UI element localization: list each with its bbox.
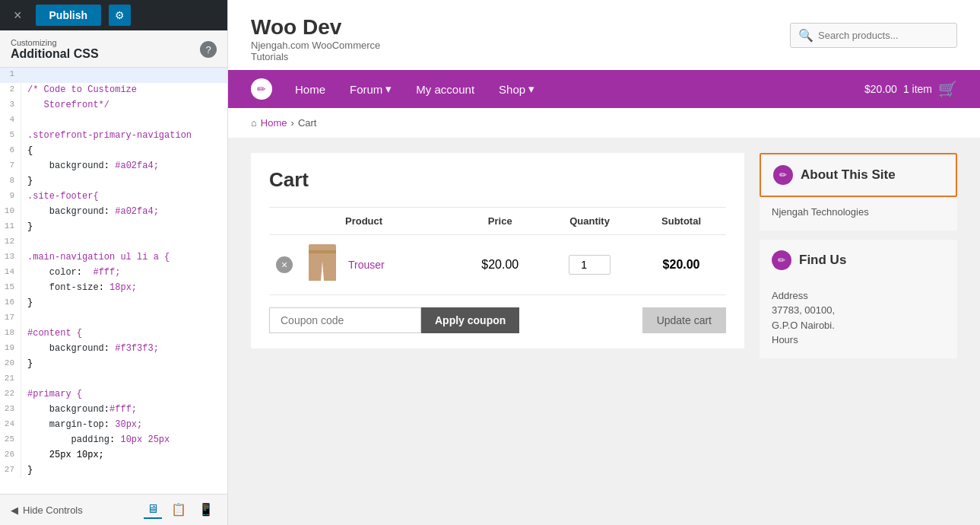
- breadcrumb-home[interactable]: Home: [261, 117, 287, 129]
- left-panel: × Publish ⚙ Customizing Additional CSS ?…: [0, 0, 228, 525]
- line-content: [27, 311, 227, 326]
- code-editor[interactable]: 12/* Code to Customize3 Storefront*/45.s…: [0, 68, 227, 494]
- site-title: Woo Dev: [251, 15, 380, 40]
- line-number: 18: [0, 326, 21, 342]
- product-name-link[interactable]: Trouser: [348, 259, 385, 271]
- code-line-11: 11}: [0, 220, 227, 235]
- code-line-14: 14 color: #fff;: [0, 266, 227, 281]
- line-content: }: [27, 296, 227, 311]
- home-breadcrumb-icon: ⌂: [251, 117, 257, 129]
- code-line-17: 17: [0, 311, 227, 326]
- line-content: [27, 113, 227, 129]
- breadcrumb-current: Cart: [298, 117, 317, 129]
- code-line-7: 7 background: #a02fa4;: [0, 159, 227, 174]
- cart-items: 1 item: [903, 83, 932, 95]
- mobile-icon[interactable]: 📱: [195, 501, 217, 519]
- code-line-6: 6{: [0, 144, 227, 159]
- device-icons: 🖥 📋 📱: [144, 501, 217, 519]
- top-bar: × Publish ⚙: [0, 0, 227, 30]
- line-number: 23: [0, 402, 21, 418]
- close-button[interactable]: ×: [8, 5, 28, 27]
- code-line-27: 27}: [0, 463, 227, 479]
- code-line-16: 16}: [0, 296, 227, 311]
- hide-controls-label: Hide Controls: [23, 504, 83, 516]
- about-pencil-icon: ✏: [773, 165, 793, 185]
- cart-area[interactable]: $20.00 1 item 🛒: [864, 80, 957, 98]
- code-line-8: 8}: [0, 174, 227, 189]
- cart-header-row: Product Price Quantity Subtotal: [269, 208, 726, 235]
- publish-button[interactable]: Publish: [36, 5, 102, 26]
- col-remove: [269, 208, 300, 235]
- line-number: 25: [0, 433, 21, 448]
- nav-bar: ✏ Home Forum ▾ My account Shop ▾ $20.00 …: [228, 70, 980, 108]
- line-content: background:#fff;: [27, 402, 227, 418]
- find-us-widget: ✏ Find Us Address 37783, 00100, G.P.O Na…: [760, 240, 957, 358]
- address-line1: 37783, 00100,: [772, 303, 945, 318]
- line-number: 21: [0, 372, 21, 387]
- code-line-4: 4: [0, 113, 227, 129]
- line-content: padding: 10px 25px: [27, 433, 227, 448]
- code-line-24: 24 margin-top: 30px;: [0, 418, 227, 433]
- code-line-19: 19 background: #f3f3f3;: [0, 342, 227, 357]
- nav-myaccount[interactable]: My account: [404, 70, 487, 108]
- search-icon: 🔍: [798, 28, 813, 43]
- line-number: 4: [0, 113, 21, 129]
- quantity-cell: [543, 235, 636, 295]
- customizing-info: Customizing Additional CSS: [11, 38, 99, 61]
- about-widget-text: Njengah Technologies: [772, 205, 945, 220]
- nav-forum[interactable]: Forum ▾: [338, 70, 404, 108]
- line-content: .site-footer{: [27, 189, 227, 205]
- desktop-icon[interactable]: 🖥: [144, 501, 162, 519]
- subtotal-cell: $20.00: [636, 235, 726, 295]
- tablet-icon[interactable]: 📋: [168, 501, 189, 519]
- update-cart-button[interactable]: Update cart: [642, 307, 726, 333]
- code-line-10: 10 background: #a02fa4;: [0, 205, 227, 220]
- code-line-23: 23 background:#fff;: [0, 402, 227, 418]
- line-number: 15: [0, 281, 21, 296]
- line-content: #primary {: [27, 387, 227, 402]
- line-number: 20: [0, 357, 21, 372]
- cart-table: Product Price Quantity Subtotal ×: [269, 207, 726, 295]
- hide-controls-button[interactable]: ◀ Hide Controls: [11, 504, 83, 516]
- code-line-13: 13.main-navigation ul li a {: [0, 250, 227, 266]
- search-input[interactable]: [818, 30, 949, 41]
- help-button[interactable]: ?: [200, 41, 217, 58]
- code-line-2: 2/* Code to Customize: [0, 83, 227, 98]
- code-line-25: 25 padding: 10px 25px: [0, 433, 227, 448]
- line-content: }: [27, 463, 227, 479]
- sidebar: ✏ About This Site Njengah Technologies ✏…: [760, 153, 957, 358]
- line-number: 8: [0, 174, 21, 189]
- site-tagline-line2: Tutorials: [251, 51, 380, 62]
- gear-button[interactable]: ⚙: [109, 5, 131, 26]
- quantity-input[interactable]: [569, 255, 611, 275]
- apply-coupon-button[interactable]: Apply coupon: [421, 307, 519, 333]
- find-us-pencil-icon: ✏: [772, 250, 791, 270]
- bottom-bar: ◀ Hide Controls 🖥 📋 📱: [0, 494, 227, 525]
- line-number: 6: [0, 144, 21, 159]
- search-bar[interactable]: 🔍: [790, 23, 957, 48]
- nav-shop[interactable]: Shop ▾: [487, 70, 547, 108]
- line-number: 11: [0, 220, 21, 235]
- nav-home[interactable]: Home: [283, 70, 338, 108]
- remove-item-button[interactable]: ×: [276, 256, 293, 273]
- col-subtotal: Subtotal: [636, 208, 726, 235]
- code-line-26: 26 25px 10px;: [0, 448, 227, 463]
- shop-dropdown-icon: ▾: [528, 82, 534, 96]
- line-number: 19: [0, 342, 21, 357]
- cart-title: Cart: [269, 168, 726, 192]
- about-widget-title: About This Site: [801, 167, 896, 183]
- line-content: [27, 235, 227, 250]
- site-branding: Woo Dev Njengah.com WooCommerce Tutorial…: [251, 15, 380, 62]
- customizing-label: Customizing: [11, 38, 99, 47]
- about-widget-header: ✏ About This Site: [760, 153, 957, 197]
- line-content: }: [27, 357, 227, 372]
- cart-icon: 🛒: [938, 80, 957, 98]
- col-quantity: Quantity: [543, 208, 636, 235]
- line-content: background: #a02fa4;: [27, 205, 227, 220]
- forum-dropdown-icon: ▾: [385, 82, 392, 96]
- nav-pencil-icon[interactable]: ✏: [251, 78, 272, 100]
- main-content: Cart Product Price Quantity Subtotal ×: [228, 138, 980, 374]
- coupon-input[interactable]: [269, 307, 421, 333]
- line-number: 13: [0, 250, 21, 266]
- find-us-widget-body: Address 37783, 00100, G.P.O Nairobi. Hou…: [760, 281, 957, 358]
